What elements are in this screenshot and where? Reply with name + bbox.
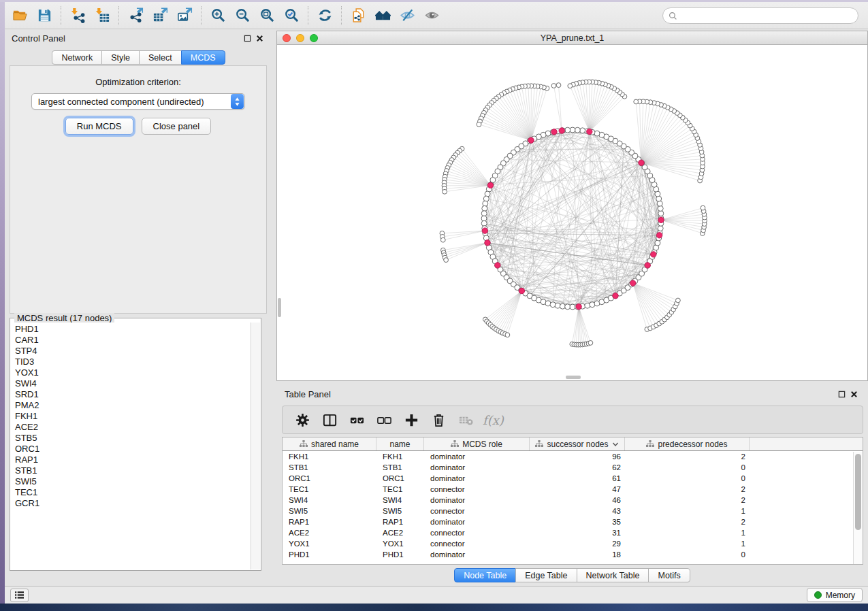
ring-node[interactable] xyxy=(585,303,590,308)
mcds-list-item[interactable]: SWI4 xyxy=(11,378,251,389)
mcds-node[interactable] xyxy=(645,263,650,268)
close-panel-icon[interactable] xyxy=(253,32,266,44)
mcds-node[interactable] xyxy=(651,252,656,257)
table-row[interactable]: STB1STB1dominator620 xyxy=(283,462,863,473)
table-row[interactable]: SWI5SWI5connector431 xyxy=(283,506,863,516)
table-row[interactable]: RAP1RAP1dominator352 xyxy=(283,516,863,527)
tab-edge-table[interactable]: Edge Table xyxy=(515,568,577,582)
ring-node[interactable] xyxy=(555,303,560,308)
table-row[interactable]: ORC1ORC1dominator610 xyxy=(283,473,863,484)
optimization-dropdown[interactable]: largest connected component (undirected) xyxy=(31,93,245,110)
zoom-out-icon[interactable] xyxy=(230,4,255,27)
fan-node[interactable] xyxy=(568,84,573,88)
mcds-list-item[interactable]: TEC1 xyxy=(11,487,251,498)
mcds-list-item[interactable]: CAR1 xyxy=(11,335,251,346)
fan-node[interactable] xyxy=(443,189,447,194)
show-all-icon[interactable] xyxy=(419,4,444,27)
mcds-node[interactable] xyxy=(630,280,636,286)
fan-node[interactable] xyxy=(440,237,445,242)
create-column-icon[interactable] xyxy=(401,410,421,430)
mcds-list-item[interactable]: SWI5 xyxy=(11,476,251,487)
show-columns-icon[interactable] xyxy=(319,410,340,430)
refresh-layout-icon[interactable] xyxy=(312,4,337,27)
run-mcds-button[interactable]: Run MCDS xyxy=(65,118,133,135)
ring-node[interactable] xyxy=(483,196,489,201)
export-table-icon[interactable] xyxy=(148,4,172,27)
mcds-list-item[interactable]: TID3 xyxy=(11,357,251,367)
network-graph[interactable] xyxy=(277,45,867,380)
fan-node[interactable] xyxy=(556,83,561,88)
tab-select[interactable]: Select xyxy=(139,50,182,65)
ring-node[interactable] xyxy=(565,127,570,133)
float-panel-icon[interactable] xyxy=(241,32,253,44)
save-icon[interactable] xyxy=(32,4,57,27)
fan-node[interactable] xyxy=(701,205,705,210)
memory-button[interactable]: Memory xyxy=(807,588,863,602)
mcds-list-item[interactable]: STB1 xyxy=(11,465,251,476)
ring-node[interactable] xyxy=(481,216,487,221)
mcds-node[interactable] xyxy=(485,240,490,246)
mcds-result-list[interactable]: PHD1CAR1STP4TID3YOX1SWI4SRD1PMA2FKH1ACE2… xyxy=(11,323,251,569)
ring-node[interactable] xyxy=(658,211,664,216)
ring-node[interactable] xyxy=(658,226,663,231)
mcds-list-item[interactable]: FKH1 xyxy=(11,411,251,422)
fan-node[interactable] xyxy=(634,99,639,104)
select-all-columns-icon[interactable] xyxy=(347,410,367,430)
mcds-node[interactable] xyxy=(519,288,524,293)
mcds-list-item[interactable]: GCR1 xyxy=(11,498,251,509)
zoom-selected-icon[interactable] xyxy=(279,4,304,27)
mcds-list-item[interactable]: PHD1 xyxy=(11,324,251,335)
fan-node[interactable] xyxy=(676,298,681,303)
mcds-node[interactable] xyxy=(495,263,500,268)
mcds-node[interactable] xyxy=(656,233,662,238)
mcds-node[interactable] xyxy=(487,182,493,188)
zoom-in-icon[interactable] xyxy=(206,4,230,27)
ring-node[interactable] xyxy=(550,302,556,308)
mcds-node[interactable] xyxy=(576,304,581,310)
table-settings-gear-icon[interactable] xyxy=(292,410,312,430)
table-row[interactable]: ACE2ACE2connector311 xyxy=(283,527,863,538)
mcds-list-item[interactable]: STB5 xyxy=(11,433,251,444)
close-panel-button[interactable]: Close panel xyxy=(142,118,212,135)
tab-mcds[interactable]: MCDS xyxy=(181,50,225,65)
first-neighbors-icon[interactable] xyxy=(370,4,395,27)
mcds-list-item[interactable]: YOX1 xyxy=(11,367,251,378)
export-network-icon[interactable] xyxy=(123,4,148,27)
ring-node[interactable] xyxy=(482,205,487,211)
zoom-fit-icon[interactable] xyxy=(255,4,279,27)
mcds-node[interactable] xyxy=(551,129,557,135)
tab-network[interactable]: Network xyxy=(52,50,102,65)
close-table-panel-icon[interactable] xyxy=(848,388,860,400)
tab-node-table[interactable]: Node Table xyxy=(454,568,516,582)
column-header-predecessor-nodes[interactable]: predecessor nodes xyxy=(625,437,750,450)
mcds-list-item[interactable]: SRD1 xyxy=(11,389,251,400)
column-header-successor-nodes[interactable]: successor nodes xyxy=(530,437,625,450)
mcds-list-item[interactable]: STP4 xyxy=(11,346,251,357)
tab-motifs[interactable]: Motifs xyxy=(648,568,690,582)
column-header-MCDS-role[interactable]: MCDS role xyxy=(424,437,530,450)
mcds-node[interactable] xyxy=(528,137,534,143)
mcds-list-item[interactable]: ACE2 xyxy=(11,422,251,433)
table-row[interactable]: SWI4SWI4dominator462 xyxy=(283,495,863,506)
mcds-list-item[interactable]: RAP1 xyxy=(11,455,251,465)
table-row[interactable]: PHD1PHD1dominator180 xyxy=(283,549,863,560)
search-input[interactable] xyxy=(681,11,852,20)
hide-selected-icon[interactable] xyxy=(395,4,419,27)
table-row[interactable]: TEC1TEC1connector472 xyxy=(283,484,863,495)
ring-node[interactable] xyxy=(657,201,662,206)
mcds-list-item[interactable]: PMA2 xyxy=(11,400,251,411)
open-folder-icon[interactable] xyxy=(7,4,32,27)
mcds-list-scrollbar[interactable] xyxy=(251,323,260,569)
fan-node[interactable] xyxy=(505,333,510,337)
import-table-icon[interactable] xyxy=(90,4,114,27)
ring-node[interactable] xyxy=(560,303,565,309)
ring-node[interactable] xyxy=(481,220,487,226)
tab-style[interactable]: Style xyxy=(101,50,140,65)
network-canvas[interactable] xyxy=(277,45,867,380)
export-image-icon[interactable] xyxy=(172,4,197,27)
node-table[interactable]: shared namenameMCDS rolesuccessor nodesp… xyxy=(282,437,863,565)
tab-network-table[interactable]: Network Table xyxy=(577,568,649,582)
network-titlebar[interactable]: YPA_prune.txt_1 xyxy=(277,31,867,45)
mcds-node[interactable] xyxy=(482,228,487,233)
ring-node[interactable] xyxy=(483,201,488,206)
